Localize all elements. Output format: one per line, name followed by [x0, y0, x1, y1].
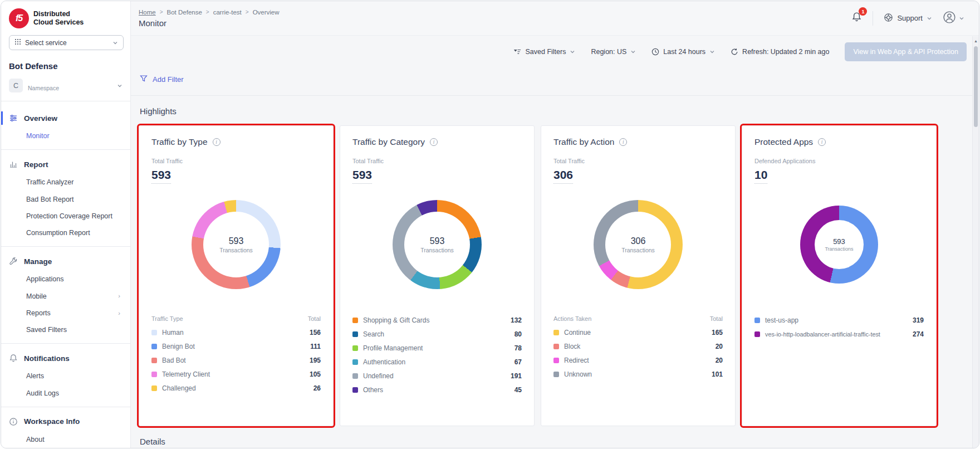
legend-row-search[interactable]: Search80 — [352, 327, 522, 341]
card-traffic-by-category: Traffic by Category i Total Traffic 593 … — [340, 125, 535, 426]
info-icon[interactable]: i — [619, 138, 627, 146]
legend-row-benign-bot[interactable]: Benign Bot111 — [151, 339, 321, 353]
legend-row-unknown[interactable]: Unknown101 — [553, 367, 723, 381]
sidebar-item-saved-filters[interactable]: Saved Filters — [1, 321, 130, 338]
legend-row-bad-bot[interactable]: Bad Bot195 — [151, 353, 321, 367]
sidebar-item-protection-coverage-report[interactable]: Protection Coverage Report — [1, 208, 130, 224]
sidebar: f5 Distributed Cloud Services Select ser… — [1, 1, 131, 448]
info-icon[interactable]: i — [430, 138, 438, 146]
legend-row-undefined[interactable]: Undefined191 — [352, 369, 522, 383]
legend-row-human[interactable]: Human156 — [151, 325, 321, 339]
breadcrumb-carrie-test[interactable]: carrie-test — [213, 9, 242, 16]
sidebar-item-manage[interactable]: Manage — [1, 252, 130, 271]
scrollbar-thumb[interactable] — [974, 46, 978, 127]
sidebar-item-label: Workspace Info — [24, 417, 80, 426]
legend-value: 20 — [711, 357, 723, 364]
legend-swatch — [151, 344, 157, 349]
info-icon[interactable]: i — [818, 138, 826, 146]
notifications-bell-button[interactable]: 1 — [851, 12, 862, 25]
legend-swatch — [553, 372, 559, 377]
region-dropdown[interactable]: Region: US — [591, 48, 636, 56]
card-metric-value: 593 — [151, 168, 171, 184]
namespace-label: Namespace — [28, 85, 59, 92]
legend-label: Redirect — [564, 357, 589, 364]
legend-row-challenged[interactable]: Challenged26 — [151, 381, 321, 395]
donut-chart[interactable]: 593 Transactions — [192, 200, 281, 289]
legend-label: Telemetry Client — [162, 370, 210, 378]
legend-row-authentication[interactable]: Authentication67 — [352, 355, 522, 369]
donut-center-label: Transactions — [420, 247, 454, 253]
sidebar-item-bad-bot-report[interactable]: Bad Bot Report — [1, 191, 130, 208]
breadcrumb-bot-defense[interactable]: Bot Defense — [167, 9, 202, 16]
sidebar-item-monitor[interactable]: Monitor — [1, 128, 130, 144]
card-legend: Shopping & Gift Cards132Search80Profile … — [352, 313, 522, 397]
legend-swatch — [553, 344, 559, 349]
namespace-selector[interactable]: C Namespace — [1, 77, 130, 101]
legend-row-test-us-app[interactable]: test-us-app319 — [754, 313, 924, 327]
legend-row-telemetry-client[interactable]: Telemetry Client105 — [151, 367, 321, 381]
legend-value: 156 — [305, 329, 321, 336]
legend-row-others[interactable]: Others45 — [352, 383, 522, 397]
legend-swatch — [151, 372, 157, 377]
breadcrumb-overview[interactable]: Overview — [253, 9, 280, 16]
add-filter-button[interactable]: Add Filter — [131, 64, 979, 96]
legend-value: 67 — [510, 358, 522, 366]
card-title-row: Traffic by Action i — [553, 137, 723, 147]
donut-center-value: 306 — [631, 236, 646, 246]
sidebar-item-consumption-report[interactable]: Consumption Report — [1, 224, 130, 241]
sidebar-item-report[interactable]: Report — [1, 155, 130, 174]
legend-row-block[interactable]: Block20 — [553, 339, 723, 353]
sidebar-group-manage: ManageApplicationsMobile›Reports›Saved F… — [1, 247, 130, 343]
support-menu[interactable]: Support — [884, 13, 932, 24]
donut-chart[interactable]: 593 Transactions — [393, 200, 482, 289]
lifesaver-icon — [884, 13, 893, 24]
sidebar-subitem-label: Consumption Report — [26, 228, 90, 237]
legend-value: 26 — [309, 384, 321, 392]
sidebar-item-traffic-analyzer[interactable]: Traffic Analyzer — [1, 174, 130, 191]
sidebar-subitem-label: Reports — [26, 309, 51, 318]
time-range-dropdown[interactable]: Last 24 hours — [651, 48, 715, 56]
legend-swatch — [352, 359, 358, 365]
sidebar-item-label: Overview — [24, 114, 57, 123]
sidebar-subitem-label: Traffic Analyzer — [26, 178, 74, 187]
sidebar-item-alerts[interactable]: Alerts — [1, 368, 130, 384]
donut-center-label: Transactions — [219, 247, 253, 253]
service-selector[interactable]: Select service — [9, 35, 124, 50]
saved-filters-dropdown[interactable]: Saved Filters — [514, 48, 575, 56]
legend-label: Benign Bot — [162, 343, 195, 350]
legend-row-ves-io-http-loadbalancer-artificial-traffic-test[interactable]: ves-io-http-loadbalancer-artificial-traf… — [754, 327, 924, 341]
workspace-title: Bot Defense — [1, 57, 130, 77]
refresh-button[interactable]: Refresh: Updated 2 min ago — [731, 48, 829, 56]
legend-row-shopping-gift-cards[interactable]: Shopping & Gift Cards132 — [352, 313, 522, 327]
sidebar-item-mobile[interactable]: Mobile› — [1, 288, 130, 305]
legend-row-profile-management[interactable]: Profile Management78 — [352, 341, 522, 355]
sidebar-item-reports[interactable]: Reports› — [1, 305, 130, 321]
legend-title: Actions Taken — [553, 315, 591, 322]
sidebar-item-overview[interactable]: Overview — [1, 109, 130, 128]
sidebar-item-about[interactable]: About — [1, 431, 130, 448]
donut-chart[interactable]: 306 Transactions — [594, 200, 683, 289]
scrollbar-up-arrow[interactable]: ▲ — [973, 36, 979, 43]
account-menu[interactable] — [943, 11, 964, 26]
sidebar-item-workspace-info[interactable]: Workspace Info — [1, 412, 130, 431]
breadcrumb-home[interactable]: Home — [139, 9, 156, 16]
breadcrumb-separator: > — [246, 9, 249, 15]
chevron-right-icon: › — [118, 309, 120, 317]
legend-row-continue[interactable]: Continue165 — [553, 325, 723, 339]
donut-chart[interactable]: 593 Transactions — [800, 206, 878, 284]
card-metric-value: 10 — [754, 168, 767, 184]
sidebar-item-notifications[interactable]: Notifications — [1, 349, 130, 368]
legend-label: Profile Management — [363, 344, 423, 352]
sidebar-item-applications[interactable]: Applications — [1, 271, 130, 287]
sidebar-group-notifications: NotificationsAlertsAudit Logs — [1, 344, 130, 407]
sidebar-item-audit-logs[interactable]: Audit Logs — [1, 385, 130, 402]
info-icon[interactable]: i — [213, 138, 220, 146]
view-in-waap-button[interactable]: View in Web App & API Protection — [845, 42, 967, 61]
donut-center: 593 Transactions — [203, 212, 269, 277]
legend-value: 20 — [711, 343, 723, 350]
donut-center-value: 593 — [229, 236, 244, 246]
legend-row-redirect[interactable]: Redirect20 — [553, 353, 723, 367]
card-metric-value: 593 — [352, 168, 372, 184]
f5-logo-icon: f5 — [9, 8, 29, 28]
card-legend: Traffic TypeTotalHuman156Benign Bot111Ba… — [151, 313, 321, 395]
